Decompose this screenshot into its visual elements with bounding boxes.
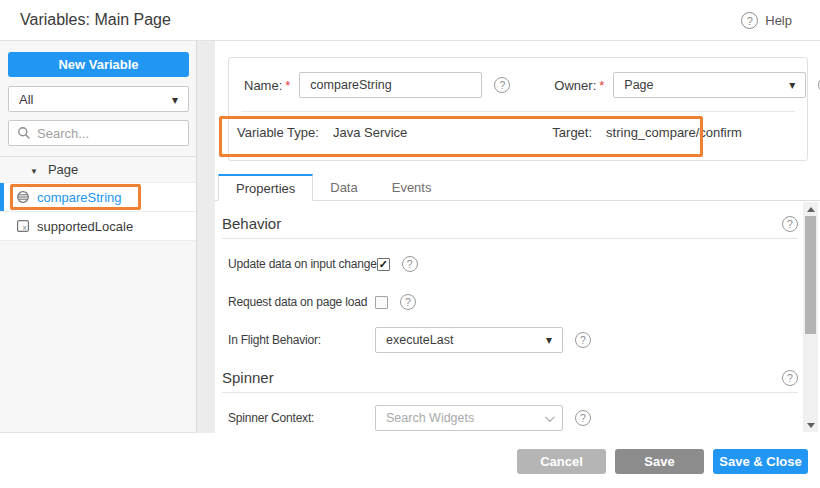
- variables-tree: Page compareString x supportedLocale: [0, 156, 196, 241]
- owner-value: Page: [624, 78, 653, 92]
- spinner-context-row: Spinner Context: Search Widgets: [228, 405, 798, 431]
- search-icon: [17, 126, 31, 140]
- tab-label: Events: [392, 180, 432, 195]
- spinner-section-header: Spinner: [222, 369, 798, 393]
- chevron-down-icon: [546, 333, 552, 347]
- inflight-behavior-help-icon[interactable]: [575, 332, 591, 348]
- tab-data[interactable]: Data: [313, 174, 374, 200]
- tab-properties[interactable]: Properties: [218, 174, 313, 201]
- inflight-behavior-select[interactable]: executeLast: [375, 327, 563, 353]
- tree-item-label: compareString: [37, 190, 122, 205]
- help-label: Help: [765, 13, 792, 28]
- tree-group-label: Page: [48, 162, 78, 177]
- tree-item-label: supportedLocale: [37, 219, 133, 234]
- scrollbar-down-icon[interactable]: [803, 418, 818, 432]
- help-icon: [741, 12, 758, 29]
- type-target-row: Variable Type: Java Service Target: stri…: [237, 125, 793, 140]
- name-label: Name:*: [244, 78, 290, 93]
- variable-detail-panel: Name:* Owner:* Page Variable Type: Java …: [215, 41, 820, 433]
- owner-select[interactable]: Page: [613, 72, 806, 98]
- variable-type-value: Java Service: [333, 125, 407, 140]
- inflight-behavior-row: In Flight Behavior: executeLast: [228, 327, 798, 353]
- scrollbar-up-icon[interactable]: [803, 202, 818, 216]
- name-help-icon[interactable]: [494, 77, 510, 93]
- detail-tabs: Properties Data Events: [215, 174, 820, 201]
- tree-item-comparestring[interactable]: compareString: [0, 183, 196, 212]
- chevron-down-icon: [172, 92, 178, 107]
- request-data-checkbox[interactable]: [375, 296, 388, 309]
- filter-value: All: [19, 92, 33, 107]
- spinner-help-icon[interactable]: [782, 370, 798, 386]
- spinner-section-title: Spinner: [222, 369, 274, 386]
- save-and-close-button[interactable]: Save & Close: [713, 449, 808, 474]
- owner-group: Owner:* Page: [554, 72, 820, 98]
- app-header: Variables: Main Page Help: [0, 0, 820, 41]
- required-asterisk: *: [285, 78, 290, 93]
- card-separator: [241, 111, 795, 112]
- svg-text:x: x: [23, 223, 27, 232]
- tree-item-supportedlocale[interactable]: x supportedLocale: [0, 212, 196, 241]
- variables-sidebar: New Variable All Page compare: [0, 41, 197, 433]
- tab-events[interactable]: Events: [375, 174, 449, 200]
- request-data-row: Request data on page load: [228, 289, 798, 315]
- spinner-context-combobox[interactable]: Search Widgets: [375, 405, 563, 431]
- update-data-help-icon[interactable]: [402, 256, 418, 272]
- vertical-scrollbar[interactable]: [803, 202, 818, 432]
- tab-label: Properties: [236, 181, 295, 196]
- inflight-behavior-label: In Flight Behavior:: [228, 333, 375, 347]
- checkmark-icon: ✓: [379, 259, 388, 270]
- selected-indicator: [0, 183, 4, 211]
- spinner-context-help-icon[interactable]: [575, 410, 591, 426]
- scrollbar-thumb[interactable]: [805, 216, 816, 334]
- new-variable-button[interactable]: New Variable: [8, 52, 189, 77]
- request-data-help-icon[interactable]: [400, 294, 416, 310]
- page-title: Variables: Main Page: [20, 11, 171, 29]
- save-button[interactable]: Save: [615, 449, 704, 474]
- panel-divider: [197, 41, 215, 433]
- chevron-down-icon: [545, 412, 555, 422]
- spinner-context-label: Spinner Context:: [228, 411, 375, 425]
- variable-filter-select[interactable]: All: [8, 86, 189, 112]
- cancel-button[interactable]: Cancel: [517, 449, 606, 474]
- java-service-icon: [16, 190, 30, 204]
- target-value: string_compare/confirm: [606, 125, 742, 140]
- update-data-label: Update data on input change: [228, 257, 377, 271]
- inflight-behavior-value: executeLast: [386, 333, 453, 347]
- request-data-label: Request data on page load: [228, 295, 375, 309]
- owner-label: Owner:*: [554, 78, 604, 93]
- tab-label: Data: [330, 180, 357, 195]
- target-label: Target:: [552, 125, 592, 140]
- variable-icon: x: [16, 219, 30, 233]
- search-input[interactable]: [37, 126, 180, 141]
- spinner-context-placeholder: Search Widgets: [386, 411, 474, 425]
- collapse-arrow-icon: [30, 162, 38, 177]
- chevron-down-icon: [789, 78, 795, 92]
- update-data-row: Update data on input change ✓: [228, 251, 798, 277]
- help-button[interactable]: Help: [741, 0, 792, 41]
- properties-tab-content: Behavior Update data on input change ✓ R…: [215, 201, 820, 433]
- behavior-section-header: Behavior: [222, 215, 798, 239]
- name-input[interactable]: [299, 72, 482, 98]
- footer-buttons: Cancel Save Save & Close: [517, 449, 808, 474]
- sidebar-search: [8, 120, 189, 146]
- variable-summary-card: Name:* Owner:* Page Variable Type: Java …: [228, 57, 808, 161]
- behavior-section-title: Behavior: [222, 215, 281, 232]
- behavior-help-icon[interactable]: [782, 216, 798, 232]
- update-data-checkbox[interactable]: ✓: [377, 258, 390, 271]
- sidebar-widgets: New Variable All: [0, 41, 196, 156]
- name-owner-row: Name:* Owner:* Page: [244, 72, 793, 98]
- tree-group-page[interactable]: Page: [0, 157, 196, 183]
- footer-bar: Cancel Save Save & Close: [0, 434, 820, 488]
- required-asterisk: *: [599, 78, 604, 93]
- variable-type-label: Variable Type:: [237, 125, 319, 140]
